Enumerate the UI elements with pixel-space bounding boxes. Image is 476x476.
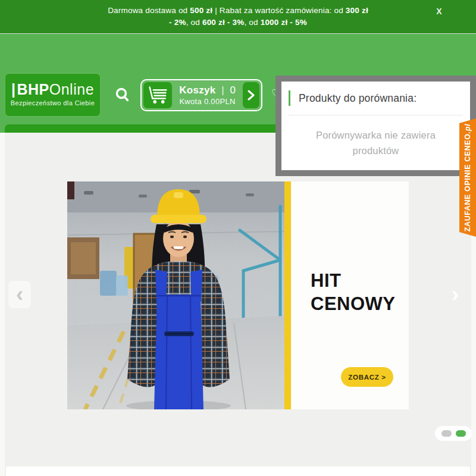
hero-text-panel: HIT CENOWY ZOBACZ > (291, 181, 409, 409)
search-icon (114, 86, 131, 104)
hero-headline-line1: HIT (311, 270, 396, 293)
logo-light: Online (49, 81, 94, 98)
chevron-right-icon (247, 90, 255, 101)
ceneo-ribbon[interactable]: ZAUFANE OPINIE CENEO.pl (459, 118, 476, 237)
left-gutter (0, 133, 5, 476)
close-banner-button[interactable]: X (432, 5, 446, 18)
logo-tagline: Bezpieczeństwo dla Ciebie (5, 99, 100, 107)
cart-label: Koszyk (179, 84, 215, 96)
green-accent-bar (289, 90, 290, 106)
ceneo-ribbon-text: ZAUFANE OPINIE CENEO.pl (464, 124, 472, 231)
prev-arrow-button[interactable]: ‹ (8, 281, 31, 308)
promo-banner: Darmowa dostawa od 500 zł | Rabat za war… (0, 0, 476, 34)
cta-button[interactable]: ZOBACZ > (341, 367, 393, 387)
compare-panel-empty-message: Porównywarka nie zawiera produktów (281, 128, 470, 158)
cart-icon-box (143, 82, 172, 108)
yellow-stripe (284, 181, 291, 409)
logo[interactable]: |BHPOnline Bezpieczeństwo dla Ciebie (5, 73, 101, 117)
hero-headline: HIT CENOWY (311, 270, 396, 316)
compare-panel-body: Produkty do porównania: Porównywarka nie… (281, 82, 470, 170)
cart-expand-button[interactable] (243, 82, 259, 108)
page: Darmowa dostawa od 500 zł | Rabat za war… (0, 0, 476, 476)
carousel-dots (435, 426, 472, 441)
cart-separator: | (221, 84, 224, 96)
next-arrow-button[interactable]: › (444, 281, 466, 308)
logo-text: |BHPOnline (5, 82, 100, 97)
compare-panel: Produkty do porównania: Porównywarka nie… (275, 76, 476, 176)
promo-line-0: Darmowa dostawa od 500 zł | Rabat za war… (0, 5, 476, 17)
ribbon-label: ZAUFANE OPINIE (464, 162, 472, 231)
cart-summary: Koszyk | 0 Kwota 0.00PLN (174, 80, 241, 110)
cart-widget[interactable]: Koszyk | 0 Kwota 0.00PLN (140, 79, 262, 111)
hero-headline-line2: CENOWY (311, 293, 396, 316)
logo-bold: BHP (17, 81, 49, 98)
ribbon-brand: CENEO (464, 133, 472, 161)
hero-photo (67, 181, 284, 409)
compare-panel-title: Produkty do porównania: (299, 92, 416, 105)
promo-line-1: - 2%, od 600 zł - 3%, od 1000 zł - 5% (0, 17, 476, 29)
ribbon-tld: .pl (464, 124, 472, 133)
cart-count: 0 (230, 84, 235, 96)
divider (289, 115, 463, 115)
hero-carousel: HIT CENOWY ZOBACZ > (67, 181, 409, 409)
carousel-dot[interactable] (456, 430, 466, 437)
cart-icon (146, 84, 169, 106)
bottom-section-card (6, 466, 470, 476)
search-button[interactable] (114, 86, 131, 104)
cart-amount: Kwota 0.00PLN (179, 97, 235, 106)
carousel-dot[interactable] (441, 430, 452, 437)
logo-bar: | (11, 81, 16, 98)
